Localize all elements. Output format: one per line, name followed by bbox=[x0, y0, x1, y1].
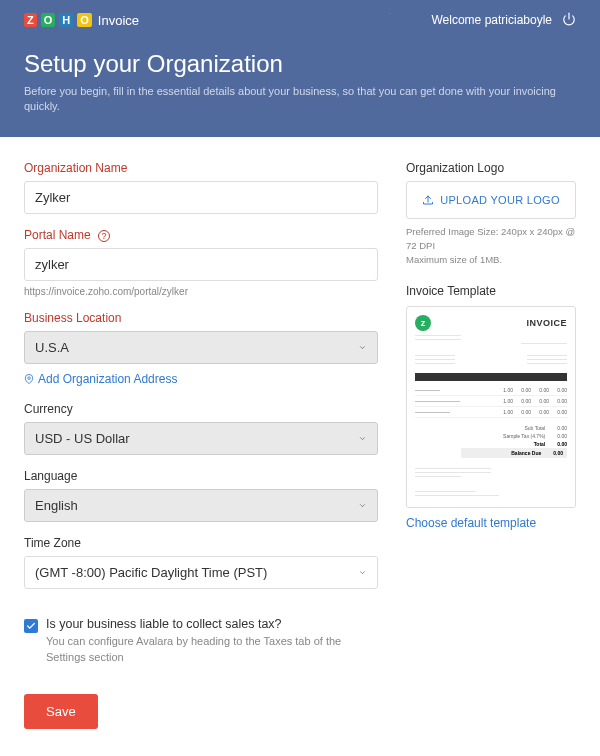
chevron-down-icon bbox=[358, 343, 367, 352]
currency-label: Currency bbox=[24, 402, 378, 416]
template-logo-icon: z bbox=[415, 315, 431, 331]
org-name-label: Organization Name bbox=[24, 161, 378, 175]
template-section-label: Invoice Template bbox=[406, 284, 576, 298]
choose-template-link[interactable]: Choose default template bbox=[406, 516, 576, 530]
portal-url-hint: https://invoice.zoho.com/portal/zylker bbox=[24, 286, 378, 297]
brand-logo: ZOHO Invoice bbox=[24, 13, 139, 28]
welcome-area: Welcome patriciaboyle bbox=[432, 12, 577, 29]
side-column: Organization Logo UPLOAD YOUR LOGO Prefe… bbox=[406, 161, 576, 729]
welcome-text: Welcome patriciaboyle bbox=[432, 13, 553, 27]
currency-select[interactable]: USD - US Dollar bbox=[24, 422, 378, 455]
pin-icon bbox=[24, 374, 34, 384]
portal-name-input[interactable] bbox=[24, 248, 378, 281]
upload-logo-button[interactable]: UPLOAD YOUR LOGO bbox=[406, 181, 576, 219]
timezone-select[interactable]: (GMT -8:00) Pacific Daylight Time (PST) bbox=[24, 556, 378, 589]
language-select[interactable]: English bbox=[24, 489, 378, 522]
chevron-down-icon bbox=[358, 568, 367, 577]
save-button[interactable]: Save bbox=[24, 694, 98, 729]
tax-checkbox-row: Is your business liable to collect sales… bbox=[24, 617, 378, 666]
tax-question: Is your business liable to collect sales… bbox=[46, 617, 378, 631]
tax-subtext: You can configure Avalara by heading to … bbox=[46, 633, 378, 666]
location-label: Business Location bbox=[24, 311, 378, 325]
location-select[interactable]: U.S.A bbox=[24, 331, 378, 364]
tax-checkbox[interactable] bbox=[24, 619, 38, 633]
logo-size-hint: Preferred Image Size: 240px x 240px @ 72… bbox=[406, 225, 576, 268]
form-column: Organization Name Portal Name ? https://… bbox=[24, 161, 378, 729]
topbar: ZOHO Invoice Welcome patriciaboyle bbox=[24, 0, 576, 40]
logo-section-label: Organization Logo bbox=[406, 161, 576, 175]
page-subtitle: Before you begin, fill in the essential … bbox=[24, 84, 576, 115]
svg-point-1 bbox=[28, 377, 31, 380]
portal-name-label: Portal Name ? bbox=[24, 228, 378, 242]
invoice-template-preview[interactable]: z INVOICE —————1.000.000.000.00 ————————… bbox=[406, 306, 576, 508]
power-icon[interactable] bbox=[562, 12, 576, 29]
upload-icon bbox=[422, 194, 434, 206]
content: Organization Name Portal Name ? https://… bbox=[0, 137, 600, 753]
add-address-link[interactable]: Add Organization Address bbox=[24, 372, 177, 386]
timezone-label: Time Zone bbox=[24, 536, 378, 550]
org-name-input[interactable] bbox=[24, 181, 378, 214]
page-title: Setup your Organization bbox=[24, 50, 576, 78]
language-label: Language bbox=[24, 469, 378, 483]
page-header: ZOHO Invoice Welcome patriciaboyle Setup… bbox=[0, 0, 600, 137]
help-icon[interactable]: ? bbox=[98, 230, 110, 242]
template-title: INVOICE bbox=[526, 318, 567, 328]
chevron-down-icon bbox=[358, 434, 367, 443]
product-name: Invoice bbox=[98, 13, 139, 28]
chevron-down-icon bbox=[358, 501, 367, 510]
